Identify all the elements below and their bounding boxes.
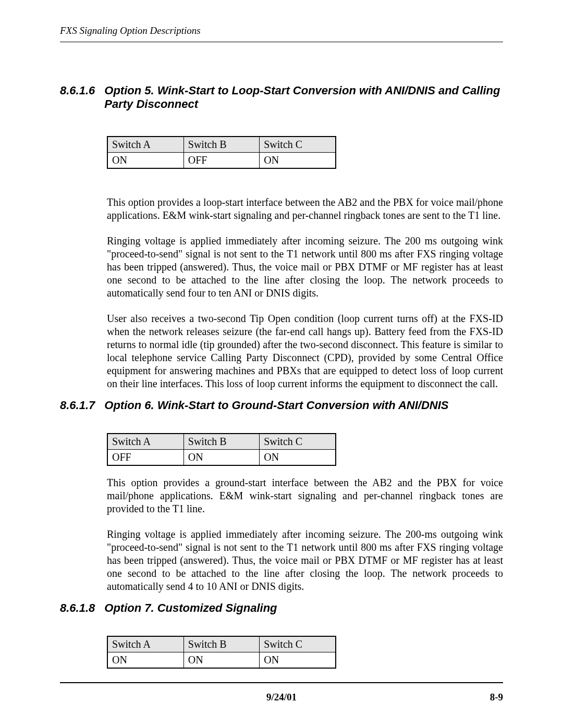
footer-rule xyxy=(60,682,503,683)
page-footer: 9/24/01 8-9 xyxy=(60,692,503,703)
section-number: 8.6.1.8 xyxy=(60,601,95,615)
col-header: Switch B xyxy=(183,137,259,153)
section-number: 8.6.1.7 xyxy=(60,399,95,412)
cell: ON xyxy=(183,450,259,466)
col-header: Switch B xyxy=(183,434,259,450)
col-header: Switch A xyxy=(107,137,183,153)
col-header: Switch C xyxy=(260,434,336,450)
body-paragraph: This option provides a loop-start interf… xyxy=(107,196,503,222)
section-title: Option 6. Wink-Start to Ground-Start Con… xyxy=(104,399,503,412)
col-header: Switch A xyxy=(107,434,183,450)
table-row: OFF ON ON xyxy=(107,450,336,466)
cell: OFF xyxy=(183,153,259,169)
col-header: Switch C xyxy=(260,636,336,652)
section-heading-8-6-1-8: 8.6.1.8 Option 7. Customized Signaling xyxy=(60,601,503,615)
cell: ON xyxy=(107,652,183,669)
section-title: Option 5. Wink-Start to Loop-Start Conve… xyxy=(104,84,503,111)
section-heading-8-6-1-7: 8.6.1.7 Option 6. Wink-Start to Ground-S… xyxy=(60,399,503,412)
header-rule xyxy=(60,42,503,42)
cell: ON xyxy=(260,652,336,669)
page: FXS Signaling Option Descriptions 8.6.1.… xyxy=(0,0,563,728)
col-header: Switch C xyxy=(260,137,336,153)
body-paragraph: User also receives a two-second Tip Open… xyxy=(107,312,503,390)
table-row: Switch A Switch B Switch C xyxy=(107,137,336,153)
col-header: Switch B xyxy=(183,636,259,652)
cell: ON xyxy=(260,450,336,466)
col-header: Switch A xyxy=(107,636,183,652)
section-heading-8-6-1-6: 8.6.1.6 Option 5. Wink-Start to Loop-Sta… xyxy=(60,84,503,111)
table-row: Switch A Switch B Switch C xyxy=(107,636,336,652)
cell: ON xyxy=(183,652,259,669)
body-paragraph: Ringing voltage is applied immediately a… xyxy=(107,235,503,300)
table-row: ON ON ON xyxy=(107,652,336,669)
section-number: 8.6.1.6 xyxy=(60,84,95,97)
table-row: Switch A Switch B Switch C xyxy=(107,434,336,450)
cell: OFF xyxy=(107,450,183,466)
switch-table-option-7: Switch A Switch B Switch C ON ON ON xyxy=(107,636,336,669)
switch-table-option-6: Switch A Switch B Switch C OFF ON ON xyxy=(107,433,336,466)
switch-table-option-5: Switch A Switch B Switch C ON OFF ON xyxy=(107,136,336,169)
cell: ON xyxy=(107,153,183,169)
running-header: FXS Signaling Option Descriptions xyxy=(60,25,503,36)
cell: ON xyxy=(260,153,336,169)
body-paragraph: Ringing voltage is applied immediately a… xyxy=(107,528,503,593)
table-row: ON OFF ON xyxy=(107,153,336,169)
body-paragraph: This option provides a ground-start inte… xyxy=(107,476,503,515)
section-title: Option 7. Customized Signaling xyxy=(104,601,503,615)
footer-date: 9/24/01 xyxy=(60,692,503,703)
